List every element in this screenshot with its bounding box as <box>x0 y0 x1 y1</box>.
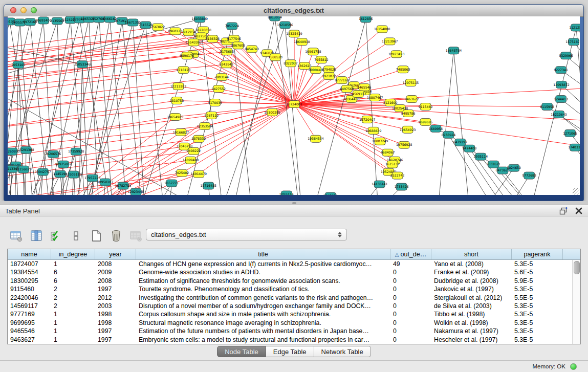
edge[interactable] <box>85 21 122 195</box>
tab-network-table[interactable]: Network Table <box>314 346 371 357</box>
edge[interactable] <box>308 19 366 195</box>
cell-in_degree[interactable]: 6 <box>51 277 95 285</box>
edge[interactable] <box>575 147 580 174</box>
cell-pagerank[interactable]: 5.3E-5 <box>512 327 563 335</box>
node-7832621[interactable]: 7832621 <box>487 161 501 168</box>
node-2522742[interactable]: 2522742 <box>390 172 405 179</box>
cell-short[interactable]: Yano et al. (2008) <box>431 260 512 268</box>
edge[interactable] <box>8 32 188 56</box>
node-18640910[interactable]: 18640910 <box>294 38 310 46</box>
node-9772683[interactable]: 9772683 <box>522 172 536 179</box>
cell-out_de[interactable]: 0 <box>390 294 431 302</box>
cell-in_degree[interactable]: 2 <box>51 302 95 310</box>
cell-short[interactable]: Franke et al. (2009) <box>431 268 512 276</box>
node-16782753[interactable]: 16782753 <box>115 182 132 189</box>
cell-year[interactable]: 1997 <box>95 285 136 293</box>
cell-in_degree[interactable]: 1 <box>51 327 95 335</box>
node-8186328[interactable]: 8186328 <box>206 35 220 42</box>
column-header-out_de[interactable]: △out_de… <box>390 249 431 259</box>
node-9699695[interactable]: 9699695 <box>419 118 433 125</box>
cell-name[interactable]: 9465546 <box>8 327 51 335</box>
node-4170034[interactable]: 4170034 <box>208 99 223 106</box>
cell-short[interactable]: Stergiakouli et al. (2012) <box>431 294 512 302</box>
cell-out_de[interactable]: 0 <box>390 302 431 310</box>
edge[interactable] <box>453 51 471 195</box>
node-9227341[interactable]: 9227341 <box>554 67 568 74</box>
table-row[interactable]: 946362711997Embryonic stem cells: a mode… <box>8 336 580 344</box>
node-1740335[interactable]: 1740335 <box>568 144 580 151</box>
node-2245078[interactable]: 2245078 <box>323 192 338 195</box>
column-header-name[interactable]: name <box>8 249 51 259</box>
cell-out_de[interactable]: 49 <box>390 260 431 268</box>
node-9463627[interactable]: 9463627 <box>405 96 419 103</box>
node-9175685[interactable]: 9175685 <box>220 48 234 55</box>
node-1810753[interactable]: 1810753 <box>170 97 184 104</box>
node-1612836[interactable]: 1612836 <box>359 16 373 23</box>
node-8322037[interactable]: 8322037 <box>284 60 298 67</box>
edge[interactable] <box>181 104 294 133</box>
cell-title[interactable]: Structural magnetic resonance image aver… <box>136 319 390 327</box>
float-panel-icon[interactable] <box>559 207 568 215</box>
cell-pagerank[interactable]: 5.5E-5 <box>512 294 563 302</box>
table-row[interactable]: 977716911998Corpus callosum shape and si… <box>8 310 580 318</box>
node-7857224[interactable]: 7857224 <box>225 23 239 30</box>
cell-out_de[interactable]: 0 <box>390 285 431 293</box>
node-7563822[interactable]: 7563822 <box>151 24 165 31</box>
node-12975115[interactable]: 12975115 <box>403 79 419 86</box>
cell-in_degree[interactable]: 1 <box>51 310 95 318</box>
cell-title[interactable]: Corpus callosum shape and size in male p… <box>136 310 390 318</box>
edge[interactable] <box>193 54 294 104</box>
node-9355114[interactable]: 9355114 <box>279 191 294 195</box>
column-visibility-button[interactable] <box>29 228 43 244</box>
cell-short[interactable]: Dudbridge et al. (2008) <box>431 277 512 285</box>
node-20206576[interactable]: 20206576 <box>45 150 61 158</box>
cell-year[interactable]: 2003 <box>95 302 136 310</box>
tab-edge-table[interactable]: Edge Table <box>266 346 314 357</box>
node-8115958[interactable]: 8115958 <box>540 103 554 111</box>
cell-short[interactable]: Hescheler et al. (1997) <box>431 336 512 344</box>
panel-splitter[interactable] <box>0 201 588 205</box>
cell-pagerank[interactable]: 5.3E-5 <box>512 336 563 344</box>
node-19756928[interactable]: 19756928 <box>396 141 412 148</box>
node-19166827[interactable]: 19166827 <box>173 128 189 136</box>
node-1733426[interactable]: 1733426 <box>395 183 409 190</box>
edge[interactable] <box>495 176 529 195</box>
resize-grip-icon[interactable] <box>573 188 579 194</box>
node-13942757[interactable]: 13942757 <box>35 168 51 176</box>
node-12213383[interactable]: 12213383 <box>170 83 187 90</box>
table-row[interactable]: 1938455462009Genome-wide association stu… <box>8 268 580 276</box>
edge[interactable] <box>67 115 211 195</box>
cell-out_de[interactable]: 0 <box>390 268 431 276</box>
table-row[interactable]: 1872400712008Changes of HCN gene express… <box>8 260 580 268</box>
table-row[interactable]: 946554611997Estimation of the future num… <box>8 327 580 335</box>
node-6497568[interactable]: 6497568 <box>340 85 354 93</box>
node-8990448[interactable]: 8990448 <box>309 67 323 74</box>
cell-name[interactable]: 19384554 <box>8 268 51 276</box>
node-1615132[interactable]: 1615132 <box>385 161 400 168</box>
node-16648784[interactable]: 16648784 <box>446 47 462 54</box>
node-8960123[interactable]: 8960123 <box>168 28 183 35</box>
node-9329966[interactable]: 9329966 <box>559 52 573 59</box>
node-12213967[interactable]: 12213967 <box>382 38 398 45</box>
cell-year[interactable]: 2012 <box>95 294 136 302</box>
edge[interactable] <box>178 86 294 104</box>
node-1271065[interactable]: 1271065 <box>563 129 577 137</box>
create-column-button[interactable] <box>89 228 103 244</box>
node-13505115[interactable]: 13505115 <box>66 171 82 178</box>
node-7485063[interactable]: 7485063 <box>396 66 410 73</box>
cell-title[interactable]: Tourette syndrome. Phenomenology and cla… <box>136 285 390 293</box>
node-6794028[interactable]: 6794028 <box>322 66 336 73</box>
edge[interactable] <box>8 126 205 148</box>
node-1244413[interactable]: 1244413 <box>554 96 568 103</box>
column-header-title[interactable]: title <box>136 249 390 259</box>
edge[interactable] <box>294 104 316 139</box>
cell-pagerank[interactable]: 5.3E-5 <box>512 285 563 293</box>
edge[interactable] <box>559 114 580 144</box>
cell-year[interactable]: 1998 <box>95 310 136 318</box>
cell-pagerank[interactable]: 5.3E-5 <box>512 260 563 268</box>
edge[interactable] <box>89 19 100 195</box>
node-1921072[interactable]: 1921072 <box>322 73 336 80</box>
edge[interactable] <box>8 101 177 127</box>
node-8813054[interactable]: 8813054 <box>268 16 282 21</box>
node-12093872[interactable]: 12093872 <box>553 81 570 89</box>
